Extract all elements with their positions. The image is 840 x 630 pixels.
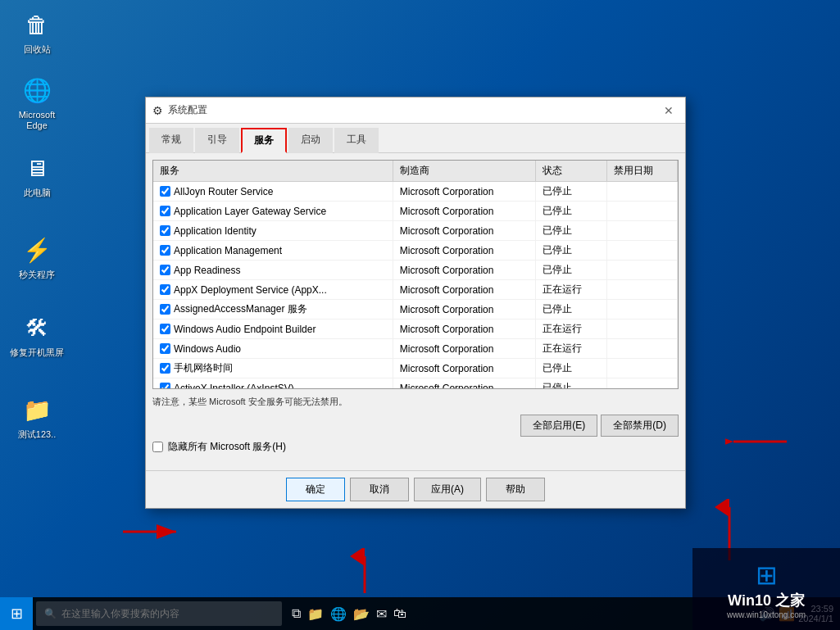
desktop-icon-this-pc[interactable]: 🖥 此电脑 [8, 152, 66, 198]
desktop-icon-test-folder[interactable]: 📁 测试123.. [8, 393, 66, 440]
col-vendor[interactable]: 制造商 [393, 161, 536, 182]
service-name: AssignedAccessManager 服务 [174, 302, 307, 316]
win10-watermark: ⊞ Win10 之家 www.win10xtong.com [692, 548, 840, 630]
edge-taskbar-icon[interactable]: 🌐 [330, 606, 347, 622]
hide-ms-checkbox[interactable] [152, 442, 163, 452]
service-status: 已停止 [536, 378, 606, 390]
service-vendor: Microsoft Corporation [393, 378, 536, 390]
enable-all-button[interactable]: 全部启用(E) [520, 415, 597, 437]
hide-ms-label[interactable]: 隐藏所有 Microsoft 服务(H) [168, 440, 286, 454]
bottom-buttons: 确定 取消 应用(A) 帮助 [146, 470, 685, 508]
task-view-icon[interactable]: ⧉ [292, 606, 301, 621]
edge-icon: 🌐 [20, 74, 53, 107]
tab-tools[interactable]: 工具 [334, 128, 379, 153]
service-status: 已停止 [536, 261, 606, 280]
service-status: 已停止 [536, 202, 606, 221]
table-row[interactable]: AllJoyn Router ServiceMicrosoft Corporat… [153, 182, 678, 202]
file-explorer-icon[interactable]: 📁 [307, 606, 324, 622]
table-row[interactable]: Windows Audio Endpoint BuilderMicrosoft … [153, 320, 678, 339]
service-name-cell: AppX Deployment Service (AppX... [153, 280, 393, 300]
col-status[interactable]: 状态 [536, 161, 606, 182]
desktop-icon-repair-screen[interactable]: 🛠 修复开机黑屏 [8, 311, 66, 358]
search-input[interactable] [61, 608, 274, 619]
service-table-body: AllJoyn Router ServiceMicrosoft Corporat… [153, 182, 678, 390]
table-row[interactable]: App ReadinessMicrosoft Corporation已停止 [153, 261, 678, 280]
service-name-cell: Application Identity [153, 221, 393, 241]
win-logo-icon: ⊞ [756, 560, 778, 591]
desktop-icon-shortcut-app[interactable]: ⚡ 秒关程序 [8, 233, 66, 280]
service-checkbox[interactable] [160, 265, 170, 275]
service-vendor: Microsoft Corporation [393, 221, 536, 241]
search-bar[interactable]: 🔍 [36, 601, 282, 626]
table-row[interactable]: AssignedAccessManager 服务Microsoft Corpor… [153, 300, 678, 320]
tab-boot[interactable]: 引导 [195, 128, 239, 153]
service-table-container[interactable]: 服务 制造商 状态 禁用日期 AllJoyn Router ServiceMic… [152, 160, 679, 389]
service-checkbox[interactable] [160, 383, 170, 389]
service-status: 已停止 [536, 221, 606, 241]
service-name-cell: App Readiness [153, 261, 393, 280]
service-checkbox[interactable] [160, 363, 170, 374]
service-checkbox[interactable] [160, 284, 170, 295]
table-row[interactable]: ActiveX Installer (AxInstSV)Microsoft Co… [153, 378, 678, 390]
tab-services[interactable]: 服务 [241, 128, 287, 153]
service-disable-date [606, 280, 677, 300]
arrow-left [119, 515, 184, 548]
taskbar-icons: ⧉ 📁 🌐 📂 ✉ 🛍 [285, 606, 413, 622]
arrow-bottom [344, 548, 385, 597]
recycle-bin-label: 回收站 [8, 44, 66, 55]
table-row[interactable]: 手机网络时间Microsoft Corporation已停止 [153, 359, 678, 378]
start-button[interactable]: ⊞ [0, 597, 33, 630]
service-disable-date [606, 359, 677, 378]
hide-ms-row: 隐藏所有 Microsoft 服务(H) [152, 440, 679, 454]
this-pc-label: 此电脑 [8, 188, 66, 198]
notice-text: 请注意，某些 Microsoft 安全服务可能无法禁用。 [152, 394, 679, 410]
shortcut-app-icon: ⚡ [20, 233, 53, 266]
cancel-button[interactable]: 取消 [350, 478, 409, 501]
repair-screen-label: 修复开机黑屏 [8, 347, 66, 358]
service-checkbox[interactable] [160, 324, 170, 334]
service-name-cell: Windows Audio [153, 339, 393, 359]
table-row[interactable]: Application Layer Gateway ServiceMicroso… [153, 202, 678, 221]
table-header: 服务 制造商 状态 禁用日期 [153, 161, 678, 182]
col-disable-date[interactable]: 禁用日期 [606, 161, 677, 182]
col-service[interactable]: 服务 [153, 161, 393, 182]
dialog-title: 系统配置 [168, 103, 659, 117]
tab-startup[interactable]: 启动 [288, 128, 333, 153]
service-checkbox[interactable] [160, 225, 170, 236]
table-row[interactable]: Application IdentityMicrosoft Corporatio… [153, 221, 678, 241]
edge-label: MicrosoftEdge [8, 110, 66, 131]
service-vendor: Microsoft Corporation [393, 339, 536, 359]
table-row[interactable]: AppX Deployment Service (AppX...Microsof… [153, 280, 678, 300]
service-checkbox[interactable] [160, 245, 170, 256]
ok-button[interactable]: 确定 [286, 478, 345, 501]
service-disable-date [606, 300, 677, 320]
service-disable-date [606, 320, 677, 339]
store-taskbar-icon[interactable]: 🛍 [393, 606, 406, 621]
close-button[interactable]: ✕ [659, 101, 679, 120]
win10-title: Win10 之家 [728, 591, 805, 610]
table-row[interactable]: Application ManagementMicrosoft Corporat… [153, 241, 678, 261]
table-row[interactable]: Windows AudioMicrosoft Corporation正在运行 [153, 339, 678, 359]
disable-all-button[interactable]: 全部禁用(D) [601, 415, 679, 437]
help-button[interactable]: 帮助 [486, 478, 545, 501]
mail-taskbar-icon[interactable]: ✉ [376, 606, 387, 622]
arrow-right-top [725, 425, 791, 458]
service-table: 服务 制造商 状态 禁用日期 AllJoyn Router ServiceMic… [153, 161, 678, 389]
service-name: Application Identity [174, 225, 257, 237]
service-checkbox[interactable] [160, 343, 170, 354]
folder-taskbar-icon[interactable]: 📂 [353, 606, 370, 622]
desktop-icon-recycle-bin[interactable]: 🗑 回收站 [8, 8, 66, 55]
service-vendor: Microsoft Corporation [393, 202, 536, 221]
desktop-icon-edge[interactable]: 🌐 MicrosoftEdge [8, 74, 66, 131]
service-disable-date [606, 339, 677, 359]
apply-button[interactable]: 应用(A) [414, 478, 481, 501]
tab-general[interactable]: 常规 [149, 128, 193, 153]
service-vendor: Microsoft Corporation [393, 280, 536, 300]
service-checkbox[interactable] [160, 186, 170, 197]
service-checkbox[interactable] [160, 206, 170, 216]
service-vendor: Microsoft Corporation [393, 241, 536, 261]
service-vendor: Microsoft Corporation [393, 300, 536, 320]
service-checkbox[interactable] [160, 304, 170, 315]
test-folder-icon: 📁 [20, 393, 53, 426]
service-name-cell: Application Management [153, 241, 393, 261]
